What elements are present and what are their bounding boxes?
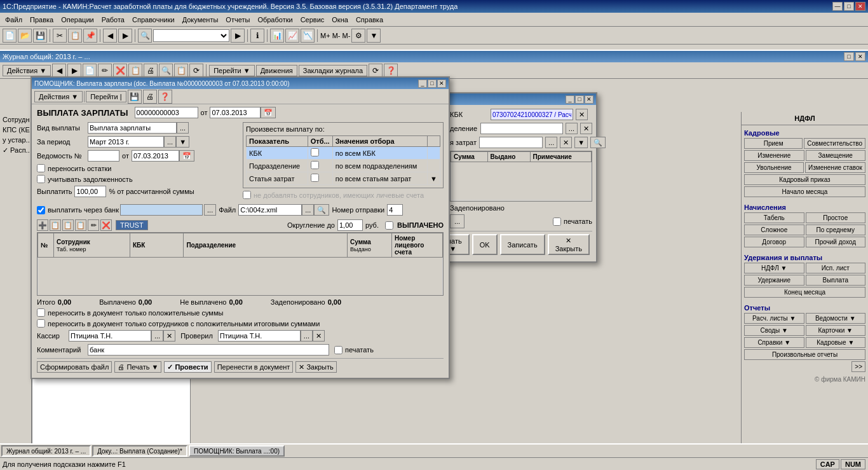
popup2-zapisat-btn[interactable]: Записать (500, 234, 545, 255)
kassir-clear-btn[interactable]: ✕ (163, 330, 175, 342)
prostoe-button[interactable]: Простое (806, 212, 866, 223)
pomoshnik-print-btn[interactable]: 🖨 (143, 90, 157, 104)
vedomost-calendar-btn[interactable]: 📅 (179, 150, 194, 162)
taskbar-item-2[interactable]: Доку...: Выплата (Создание)* (92, 445, 187, 457)
taskbar-item-3[interactable]: ПОМОЩНИК: Выплата ...:00) (189, 445, 285, 457)
priem-button[interactable]: Прием (744, 138, 803, 149)
uvolnenie-button[interactable]: Увольнение (744, 162, 804, 173)
statya-input[interactable] (479, 137, 543, 148)
maximize-button[interactable]: □ (844, 2, 854, 11)
kadrovye-btn[interactable]: Кадровые ▼ (806, 337, 866, 348)
sovmestitelstvo-button[interactable]: Совместительство (804, 138, 865, 149)
journal-fwd-btn[interactable]: ▶ (67, 64, 81, 78)
pomoshnik-maximize-btn[interactable]: □ (428, 79, 437, 88)
kartochki-button[interactable]: Карточки ▼ (806, 325, 866, 336)
filter-podrazdel-checkbox[interactable] (308, 160, 332, 172)
vid-viplaty-btn[interactable]: ... (177, 122, 189, 134)
doc-date-input[interactable] (210, 107, 261, 118)
edit-btn[interactable]: ✏ (88, 219, 99, 231)
spravki-button[interactable]: Справки ▼ (744, 337, 804, 348)
del-btn[interactable]: ❌ (100, 219, 112, 231)
menu-operations[interactable]: Операции (57, 15, 97, 25)
popup2-zakrit-btn[interactable]: ✕ Закрыть (548, 234, 590, 255)
menu-work[interactable]: Работа (98, 15, 128, 25)
za-period-arrow[interactable]: ▼ (176, 136, 189, 148)
menu-windows[interactable]: Окна (328, 15, 352, 25)
vid-viplaty-input[interactable] (88, 122, 177, 134)
toolbar-forward[interactable]: ▶ (118, 29, 132, 43)
toolbar-t1[interactable]: 📊 (270, 29, 284, 43)
toolbar-cut[interactable]: ✂ (53, 29, 67, 43)
perenosit-polozh-checkbox[interactable] (37, 319, 45, 328)
zakrit-bottom-btn[interactable]: ✕ Закрыть (295, 361, 336, 373)
left-list-item-4[interactable]: ✓ Расп... (1, 145, 30, 156)
perenosit-checkbox[interactable] (37, 164, 45, 172)
journal-movements-button[interactable]: Движения (256, 65, 297, 76)
uchit-checkbox[interactable] (37, 175, 45, 183)
calendar-btn[interactable]: 📅 (261, 107, 276, 118)
kadroviy-prikaz-button[interactable]: Кадровый приказ (744, 174, 865, 185)
menu-processing[interactable]: Обработки (254, 15, 296, 25)
toolbar-save[interactable]: 💾 (33, 29, 47, 43)
dogovor-button[interactable]: Договор (744, 237, 804, 247)
taskbar-item-1[interactable]: Журнал общий: 2013 г. – ... (1, 445, 91, 457)
kbk-input[interactable] (491, 109, 573, 120)
filter-kbk-checkbox[interactable] (308, 147, 332, 160)
popup2-close-btn[interactable]: ✕ (585, 95, 593, 104)
proveril-clear-btn[interactable]: ✕ (313, 330, 325, 342)
toolbar-paste[interactable]: 📌 (83, 29, 97, 43)
toolbar-search-go[interactable]: ▶ (231, 29, 245, 43)
minimize-button[interactable]: — (832, 2, 843, 11)
copy-btn-2[interactable]: 📋 (62, 219, 74, 231)
razdel-clear-btn[interactable]: ✕ (580, 123, 592, 134)
statya-dropdown-btn[interactable]: ▼ (574, 137, 588, 148)
journal-close-button[interactable]: ✕ (855, 52, 865, 61)
toolbar-info[interactable]: ℹ (250, 29, 264, 43)
journal-filter-btn[interactable]: 📋 (174, 64, 188, 78)
journal-print-btn[interactable]: 🖨 (144, 64, 158, 78)
kassir-input[interactable] (69, 330, 151, 342)
pomoshnik-goto-btn[interactable]: Перейти | (86, 91, 126, 102)
journal-del-btn[interactable]: ❌ (113, 64, 127, 78)
popup2-ok-btn[interactable]: OK (472, 234, 498, 255)
popup2-minimize-btn[interactable]: _ (566, 95, 574, 104)
razdel-browse-btn[interactable]: ... (566, 123, 578, 134)
okrugl-input[interactable] (337, 219, 363, 231)
journal-refresh-btn[interactable]: ⟳ (189, 64, 203, 78)
konec-mesyaca-button[interactable]: Конец месяца (744, 287, 865, 298)
statya-browse-btn[interactable]: ... (545, 137, 557, 148)
filter-row-statya[interactable]: Статья затрат по всем статьям затрат ▼ (247, 172, 440, 185)
menu-file[interactable]: Файл (1, 15, 26, 25)
pomoshnik-help-btn[interactable]: ❓ (158, 90, 172, 104)
nachalo-mesyaca-button[interactable]: Начало месяца (744, 186, 865, 197)
komment-input[interactable] (88, 344, 329, 356)
pomoshnik-actions-btn[interactable]: Действия ▼ (34, 91, 83, 102)
tabel-button[interactable]: Табель (744, 212, 804, 223)
izmenenie-stavok-button[interactable]: Изменение ставок (805, 162, 865, 173)
vedomost-input[interactable] (88, 150, 119, 162)
journal-reload-btn[interactable]: ⟳ (369, 64, 383, 78)
pechat-btn[interactable]: 🖨 Печать ▼ (114, 361, 161, 373)
za-period-btn[interactable]: ... (164, 136, 176, 148)
popup2-dots-btn[interactable]: ... (450, 214, 465, 228)
izmenenie-button[interactable]: Изменение (744, 150, 804, 161)
menu-help[interactable]: Справка (352, 15, 387, 25)
viplacheno-checkbox[interactable] (385, 221, 393, 230)
left-list-item-2[interactable]: КПС (КЕ... (1, 125, 30, 135)
toolbar-back[interactable]: ◀ (103, 29, 117, 43)
statya-clear-btn[interactable]: ✕ (560, 137, 572, 148)
viplata-button[interactable]: Выплата (806, 275, 866, 286)
journal-maximize-button[interactable]: □ (844, 52, 854, 61)
prochiy-dohod-button[interactable]: Прочий доход (806, 237, 866, 247)
menu-references[interactable]: Справочники (128, 15, 179, 25)
toolbar-settings[interactable]: ⚙ (351, 29, 365, 43)
bank-input[interactable] (120, 204, 203, 216)
toolbar-arrow-down[interactable]: ▼ (367, 29, 381, 43)
proveril-btn[interactable]: ... (301, 330, 313, 342)
left-list-item-3[interactable]: y устар... (1, 135, 30, 145)
journal-goto-button[interactable]: Перейти ▼ (209, 65, 255, 76)
bank-btn[interactable]: ... (204, 204, 216, 216)
menu-edit[interactable]: Правка (26, 15, 57, 25)
uderzanie-button[interactable]: Удержание (744, 275, 804, 286)
razdel-input[interactable] (480, 123, 563, 134)
